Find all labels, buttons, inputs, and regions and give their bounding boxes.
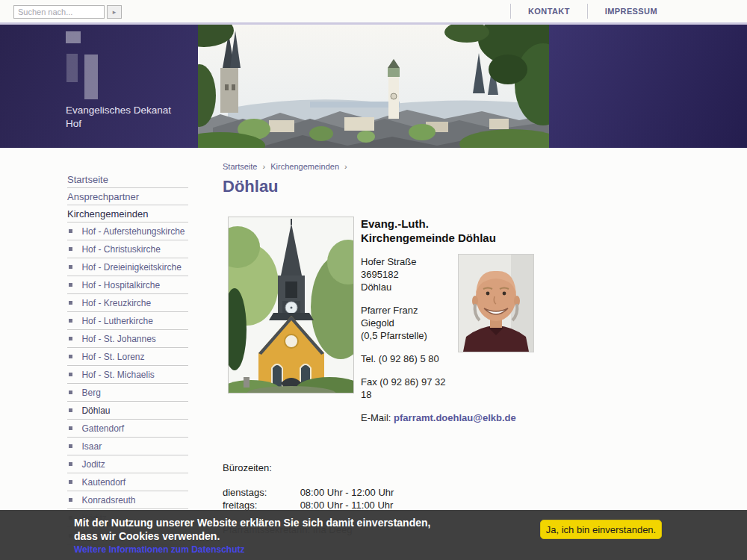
- sidebar-item[interactable]: Hof - St. Lorenz: [67, 348, 188, 366]
- sidebar-item[interactable]: Hof - St. Johannes: [67, 330, 188, 348]
- office-hours-time: 08:00 Uhr - 11:00 Uhr: [300, 500, 394, 511]
- sidebar-item-label[interactable]: Hof - St. Lorenz: [81, 352, 144, 362]
- bullet-icon: [69, 301, 72, 305]
- parish-info: Evang.-Luth. Kirchengemeinde Döhlau: [361, 217, 534, 424]
- sidebar-nav-list: Startseite Ansprechpartner Kirchengemein…: [67, 171, 188, 545]
- sidebar-item[interactable]: Kautendorf: [67, 473, 188, 491]
- sidebar-item[interactable]: Berg: [67, 384, 188, 402]
- sidebar-item[interactable]: Gattendorf: [67, 420, 188, 438]
- sidebar-item-label[interactable]: Hof - Dreieinigkeitskirche: [81, 262, 181, 273]
- email-label: E-Mail:: [361, 412, 391, 423]
- sidebar-item[interactable]: Hof - Auferstehungskirche: [67, 223, 188, 240]
- search-input[interactable]: [13, 5, 105, 19]
- office-hours-list: dienstags: 08:00 Uhr - 12:00 Uhr freitag…: [223, 486, 559, 511]
- sidebar-item-label[interactable]: Berg: [81, 388, 100, 398]
- sidebar-item-label[interactable]: Gattendorf: [81, 423, 124, 434]
- sidebar-item-label[interactable]: Döhlau: [81, 405, 110, 416]
- bullet-icon: [69, 337, 72, 340]
- sidebar-item[interactable]: Hof - Lutherkirche: [67, 312, 188, 330]
- top-links: KONTAKT IMPRESSUM: [510, 0, 675, 22]
- site-header: Evangelisches Dekanat Hof: [0, 25, 747, 148]
- fax-number: Fax (0 92 86) 97 32 18: [361, 376, 534, 401]
- sidebar-item-label[interactable]: Hof - Auferstehungskirche: [81, 226, 185, 237]
- header-cityscape-photo: [198, 25, 549, 148]
- breadcrumb-link-kirchengemeinden[interactable]: Kirchengemeinden: [270, 162, 339, 171]
- church-photo: [228, 217, 354, 393]
- main-content: Startseite › Kirchengemeinden › Döhlau: [223, 162, 559, 536]
- sidebar-item[interactable]: Hof - Dreieinigkeitskirche: [67, 258, 188, 276]
- sidebar-item-label[interactable]: Isaar: [81, 441, 102, 452]
- sidebar-item[interactable]: Hof - Kreuzkirche: [67, 294, 188, 312]
- bullet-icon: [69, 283, 72, 287]
- sidebar-item[interactable]: Ansprechpartner: [67, 188, 188, 205]
- sidebar-item-label[interactable]: Kirchengemeinden: [67, 208, 148, 220]
- content-row: Evang.-Luth. Kirchengemeinde Döhlau: [223, 217, 559, 424]
- datenschutz-link[interactable]: Weitere Informationen zum Datenschutz: [74, 544, 244, 555]
- bullet-icon: [69, 426, 72, 430]
- cookie-consent-bar: Mit der Nutzung unserer Website erklären…: [0, 510, 747, 560]
- search-arrow-icon: ▸: [113, 8, 117, 16]
- cookie-message: Mit der Nutzung unserer Website erklären…: [74, 516, 430, 543]
- bullet-icon: [69, 408, 72, 412]
- sidebar-item[interactable]: Joditz: [67, 455, 188, 473]
- sidebar-item-label[interactable]: Hof - Kreuzkirche: [81, 298, 151, 308]
- logo-square-icon: [66, 31, 81, 43]
- sidebar-item-label[interactable]: Hof - Christuskirche: [81, 244, 160, 255]
- phone-number: Tel. (0 92 86) 5 80: [361, 352, 534, 365]
- logo-square-icon: [66, 54, 78, 82]
- sidebar-item[interactable]: Kirchengemeinden: [67, 205, 188, 223]
- sidebar-item-label[interactable]: Joditz: [81, 459, 105, 470]
- breadcrumb-separator: ›: [344, 162, 347, 171]
- bullet-icon: [69, 444, 72, 448]
- breadcrumb: Startseite › Kirchengemeinden ›: [223, 162, 559, 171]
- sidebar-item[interactable]: Konradsreuth: [67, 491, 188, 509]
- bullet-icon: [69, 391, 72, 394]
- pastor-portrait-illustration: [459, 255, 533, 352]
- office-hours-title: Bürozeiten:: [223, 461, 559, 474]
- bullet-icon: [69, 373, 72, 376]
- sidebar-item-label[interactable]: Hof - St. Michaelis: [81, 370, 154, 380]
- bullet-icon: [69, 229, 72, 233]
- search-form: ▸: [13, 5, 122, 19]
- sidebar-item-label[interactable]: Hof - Hospitalkirche: [81, 280, 160, 290]
- cookie-accept-button[interactable]: Ja, ich bin einverstanden.: [540, 520, 662, 539]
- bullet-icon: [69, 265, 72, 269]
- logo-square-icon: [84, 55, 98, 99]
- sidebar-item-label[interactable]: Ansprechpartner: [67, 191, 139, 202]
- impressum-link[interactable]: IMPRESSUM: [587, 4, 675, 19]
- parish-name: Evang.-Luth. Kirchengemeinde Döhlau: [361, 217, 534, 245]
- bullet-icon: [69, 319, 72, 323]
- bullet-icon: [69, 480, 72, 484]
- sidebar-item-label[interactable]: Kautendorf: [81, 477, 125, 488]
- sidebar-nav: Startseite Ansprechpartner Kirchengemein…: [67, 171, 188, 545]
- cityscape-illustration: [198, 25, 549, 148]
- bullet-icon: [69, 355, 72, 358]
- office-hours-time: 08:00 Uhr - 12:00 Uhr: [300, 487, 394, 498]
- sidebar-item[interactable]: Döhlau: [67, 402, 188, 420]
- email-link[interactable]: pfarramt.doehlau@elkb.de: [394, 412, 516, 423]
- bullet-icon: [69, 462, 72, 466]
- breadcrumb-link-startseite[interactable]: Startseite: [223, 162, 257, 171]
- bullet-icon: [69, 498, 72, 502]
- sidebar-item[interactable]: Hof - Christuskirche: [67, 240, 188, 258]
- church-illustration: [229, 217, 353, 393]
- sidebar-item-label[interactable]: Hof - Lutherkirche: [81, 316, 152, 326]
- search-submit-button[interactable]: ▸: [107, 5, 122, 19]
- sidebar-item-label[interactable]: Konradsreuth: [81, 495, 135, 505]
- breadcrumb-separator: ›: [263, 162, 266, 171]
- office-hours-day: dienstags:: [223, 486, 297, 499]
- sidebar-item-label[interactable]: Hof - St. Johannes: [81, 334, 155, 344]
- bullet-icon: [69, 247, 72, 251]
- page: ▸ KONTAKT IMPRESSUM Evangelisches Dekana…: [0, 0, 747, 560]
- pastor-photo: [458, 254, 534, 352]
- kontakt-link[interactable]: KONTAKT: [510, 4, 587, 19]
- site-title: Evangelisches Dekanat Hof: [66, 104, 171, 131]
- office-hours-row: dienstags: 08:00 Uhr - 12:00 Uhr: [223, 486, 559, 499]
- sidebar-item[interactable]: Hof - St. Michaelis: [67, 366, 188, 384]
- sidebar-item[interactable]: Startseite: [67, 171, 188, 188]
- email-line: E-Mail: pfarramt.doehlau@elkb.de: [361, 411, 534, 424]
- sidebar-item[interactable]: Hof - Hospitalkirche: [67, 276, 188, 294]
- sidebar-item[interactable]: Isaar: [67, 438, 188, 455]
- top-bar: ▸ KONTAKT IMPRESSUM: [0, 0, 747, 25]
- sidebar-item-label[interactable]: Startseite: [67, 174, 108, 185]
